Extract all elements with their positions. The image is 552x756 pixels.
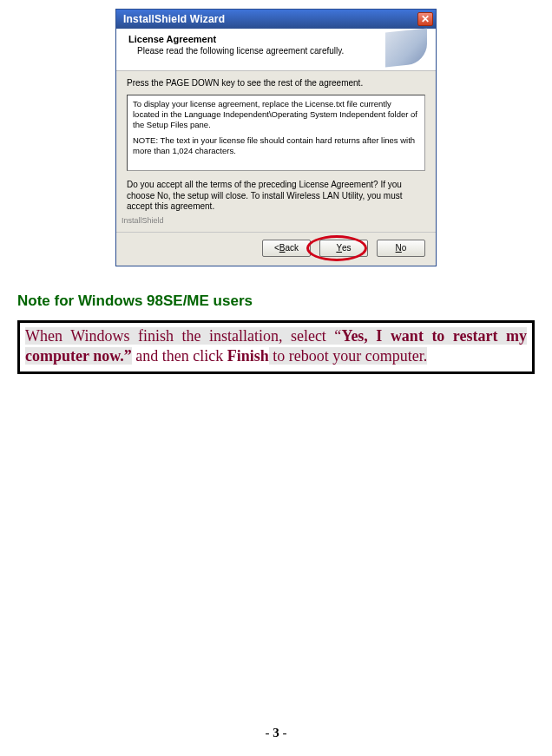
installshield-dialog: InstallShield Wizard ✕ License Agreement…	[115, 9, 437, 266]
note-box: When Windows finish the installation, se…	[17, 320, 535, 375]
note-post: to reboot your computer.	[269, 347, 427, 365]
page-number: - 3 -	[0, 726, 552, 740]
back-button-rest: ack	[285, 243, 299, 253]
page-number-value: 3	[273, 726, 279, 740]
note-mid: and then click	[132, 347, 227, 365]
page-dash-left: -	[266, 726, 273, 740]
license-agreement-subtitle: Please read the following license agreem…	[137, 46, 385, 56]
no-button[interactable]: No	[377, 240, 425, 257]
yes-button-rest: es	[342, 243, 352, 253]
dialog-footer: < Back Yes No	[116, 232, 436, 266]
page-down-instruction: Press the PAGE DOWN key to see the rest …	[127, 78, 425, 88]
license-text-p2: NOTE: The text in your license file shou…	[133, 135, 419, 156]
license-text-p1: To display your license agreement, repla…	[133, 99, 419, 130]
license-text-area[interactable]: To display your license agreement, repla…	[127, 95, 425, 171]
no-button-rest: o	[402, 243, 407, 253]
note-heading-text: Note for Windows 98SE/ME users	[17, 293, 253, 309]
installshield-brand: InstallShield	[122, 216, 425, 225]
note-pre: When Windows finish the installation, se…	[25, 327, 341, 345]
dialog-titlebar: InstallShield Wizard ✕	[116, 10, 436, 29]
yes-button[interactable]: Yes	[319, 240, 368, 257]
dialog-header-text: License Agreement Please read the follow…	[128, 34, 385, 56]
close-button[interactable]: ✕	[417, 12, 433, 26]
dialog-title: InstallShield Wizard	[123, 13, 225, 25]
note-heading: Note for Windows 98SE/ME users	[17, 293, 535, 310]
dialog-header: License Agreement Please read the follow…	[116, 29, 436, 71]
note-bold2: Finish	[227, 347, 269, 365]
back-button-u: B	[279, 243, 286, 253]
dialog-frame: InstallShield Wizard ✕ License Agreement…	[115, 9, 437, 266]
no-button-u: N	[396, 243, 402, 253]
back-button[interactable]: < Back	[262, 240, 311, 257]
accept-question: Do you accept all the terms of the prece…	[127, 180, 425, 213]
wizard-graphic-icon	[385, 28, 427, 67]
dialog-body: Press the PAGE DOWN key to see the rest …	[116, 71, 436, 232]
yes-button-u: Y	[336, 243, 342, 253]
close-icon: ✕	[421, 13, 430, 25]
license-agreement-title: License Agreement	[128, 34, 385, 44]
page-dash-right: -	[279, 726, 287, 740]
